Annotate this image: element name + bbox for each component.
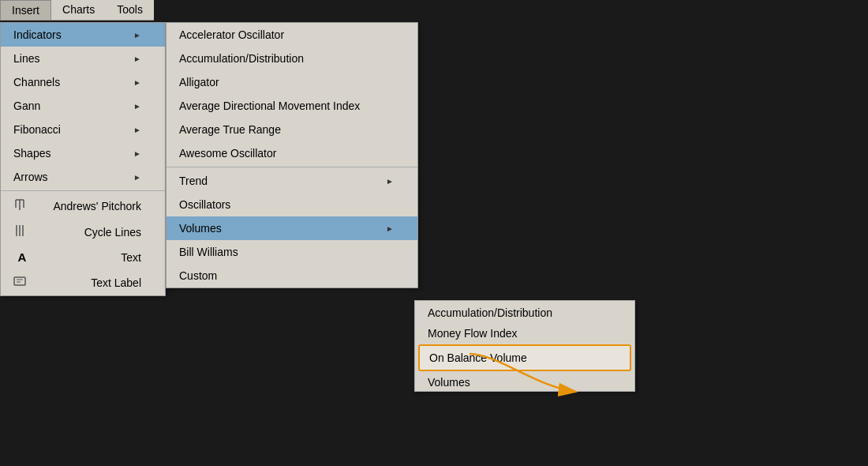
trend-arrow: ►: [386, 177, 394, 186]
volumes-accum-label: Accumulation/Distribution: [428, 306, 552, 319]
submenu-item-alligator[interactable]: Alligator: [166, 70, 417, 94]
obv-label: On Balance Volume: [429, 351, 527, 364]
menu-item-text[interactable]: A Text: [1, 245, 165, 269]
volumes-submenu-mfi[interactable]: Money Flow Index: [415, 325, 634, 342]
submenu-item-adx[interactable]: Average Directional Movement Index: [166, 94, 417, 118]
fibonacci-label: Fibonacci: [13, 123, 61, 136]
menu-item-arrows[interactable]: Arrows ►: [1, 165, 165, 189]
volumes-volumes-label: Volumes: [428, 376, 470, 389]
text-icon: A: [13, 250, 31, 264]
channels-label: Channels: [13, 76, 60, 88]
submenu-item-bill-williams[interactable]: Bill Williams: [166, 240, 417, 264]
menu-insert[interactable]: Insert: [0, 0, 51, 20]
menu-item-shapes[interactable]: Shapes ►: [1, 141, 165, 165]
separator-1: [1, 190, 165, 191]
alligator-label: Alligator: [179, 76, 219, 88]
submenu-item-awesome[interactable]: Awesome Oscillator: [166, 141, 417, 165]
fibonacci-arrow: ►: [133, 126, 141, 134]
cyclelines-label: Cycle Lines: [84, 226, 141, 239]
adx-label: Average Directional Movement Index: [179, 100, 360, 112]
menu-item-andrews-pitchfork[interactable]: Andrews' Pitchork: [1, 193, 165, 219]
menu-item-fibonacci[interactable]: Fibonacci ►: [1, 118, 165, 141]
insert-dropdown: Indicators ► Lines ► Channels ► Gann ► F…: [0, 22, 166, 296]
volumes-label: Volumes: [179, 222, 222, 235]
submenu-item-accum-dist[interactable]: Accumulation/Distribution: [166, 47, 417, 70]
volumes-submenu-volumes[interactable]: Volumes: [415, 374, 634, 391]
channels-arrow: ►: [133, 78, 141, 87]
volumes-arrow: ►: [386, 224, 394, 233]
pitchfork-icon: [13, 198, 31, 213]
separator-indicators: [166, 167, 417, 167]
shapes-label: Shapes: [13, 147, 51, 160]
submenu-item-atr[interactable]: Average True Range: [166, 118, 417, 141]
lines-arrow: ►: [133, 54, 141, 63]
textlabel-icon: [13, 275, 31, 290]
textlabel-label: Text Label: [91, 276, 141, 289]
gann-label: Gann: [13, 100, 40, 112]
accelerator-label: Accelerator Oscillator: [179, 28, 284, 41]
oscillators-label: Oscillators: [179, 198, 230, 211]
pitchfork-label: Andrews' Pitchork: [53, 200, 141, 212]
volumes-mfi-label: Money Flow Index: [428, 327, 518, 340]
gann-arrow: ►: [133, 102, 141, 111]
menu-item-text-label[interactable]: Text Label: [1, 269, 165, 295]
atr-label: Average True Range: [179, 123, 281, 136]
cyclelines-icon: [13, 224, 31, 239]
arrows-submenu-arrow: ►: [133, 173, 141, 182]
accum-dist-label: Accumulation/Distribution: [179, 52, 304, 65]
awesome-label: Awesome Oscillator: [179, 147, 276, 160]
bill-williams-label: Bill Williams: [179, 246, 238, 258]
submenu-item-volumes[interactable]: Volumes ►: [166, 216, 417, 240]
volumes-submenu-obv-wrapper: On Balance Volume: [415, 342, 634, 374]
menu-item-lines[interactable]: Lines ►: [1, 47, 165, 70]
menu-item-channels[interactable]: Channels ►: [1, 70, 165, 94]
indicators-label: Indicators: [13, 28, 62, 41]
menu-charts[interactable]: Charts: [51, 0, 106, 20]
submenu-item-oscillators[interactable]: Oscillators: [166, 193, 417, 216]
svg-rect-8: [14, 277, 25, 285]
menu-tools[interactable]: Tools: [106, 0, 154, 20]
custom-label: Custom: [179, 269, 217, 282]
menu-bar: Insert Charts Tools: [0, 0, 154, 21]
arrows-label: Arrows: [13, 171, 48, 183]
shapes-arrow: ►: [133, 149, 141, 158]
submenu-item-accelerator[interactable]: Accelerator Oscillator: [166, 23, 417, 47]
indicators-arrow: ►: [133, 31, 141, 39]
trend-label: Trend: [179, 175, 208, 187]
submenu-item-trend[interactable]: Trend ►: [166, 169, 417, 193]
submenu-item-custom[interactable]: Custom: [166, 264, 417, 287]
text-label: Text: [121, 251, 141, 264]
volumes-submenu: Accumulation/Distribution Money Flow Ind…: [414, 300, 635, 392]
menu-item-gann[interactable]: Gann ►: [1, 94, 165, 118]
volumes-submenu-obv[interactable]: On Balance Volume: [418, 344, 631, 371]
volumes-submenu-accum[interactable]: Accumulation/Distribution: [415, 301, 634, 325]
menu-item-cycle-lines[interactable]: Cycle Lines: [1, 219, 165, 245]
indicators-submenu: Accelerator Oscillator Accumulation/Dist…: [166, 22, 418, 288]
lines-label: Lines: [13, 52, 39, 65]
menu-item-indicators[interactable]: Indicators ►: [1, 23, 165, 47]
